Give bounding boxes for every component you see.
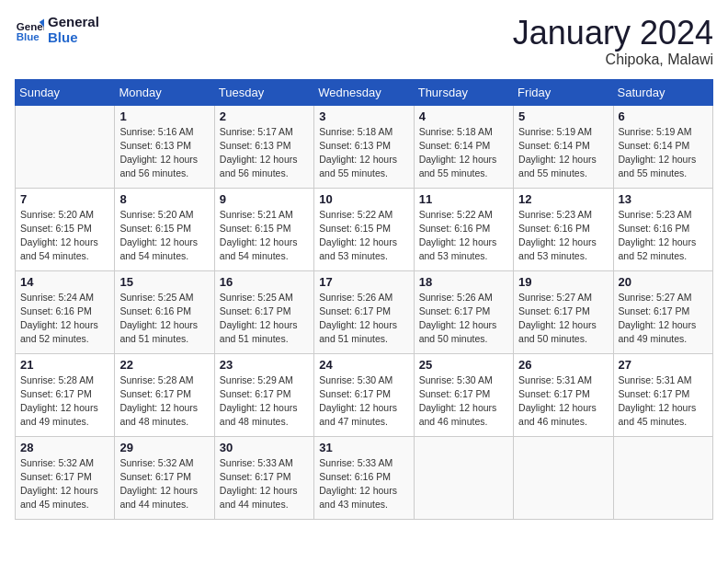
calendar-week-row: 7Sunrise: 5:20 AM Sunset: 6:15 PM Daylig… xyxy=(16,188,713,270)
day-info: Sunrise: 5:20 AM Sunset: 6:15 PM Dayligh… xyxy=(20,208,109,264)
day-number: 13 xyxy=(619,192,708,206)
day-number: 6 xyxy=(619,109,708,123)
day-number: 28 xyxy=(20,441,109,454)
calendar-week-row: 1Sunrise: 5:16 AM Sunset: 6:13 PM Daylig… xyxy=(16,105,713,188)
calendar-day-cell: 12Sunrise: 5:23 AM Sunset: 6:16 PM Dayli… xyxy=(514,188,613,270)
calendar-day-cell: 9Sunrise: 5:21 AM Sunset: 6:15 PM Daylig… xyxy=(214,188,313,270)
day-number: 27 xyxy=(619,358,708,372)
svg-text:Blue: Blue xyxy=(17,30,40,41)
day-info: Sunrise: 5:27 AM Sunset: 6:17 PM Dayligh… xyxy=(518,291,608,347)
calendar-header-cell: Sunday xyxy=(16,79,115,105)
day-number: 11 xyxy=(419,192,508,206)
day-info: Sunrise: 5:27 AM Sunset: 6:17 PM Dayligh… xyxy=(619,291,708,347)
day-info: Sunrise: 5:33 AM Sunset: 6:16 PM Dayligh… xyxy=(319,456,408,512)
calendar-table: SundayMondayTuesdayWednesdayThursdayFrid… xyxy=(15,79,713,520)
day-number: 19 xyxy=(518,275,608,289)
day-info: Sunrise: 5:19 AM Sunset: 6:14 PM Dayligh… xyxy=(518,125,608,181)
day-info: Sunrise: 5:24 AM Sunset: 6:16 PM Dayligh… xyxy=(20,291,109,347)
day-info: Sunrise: 5:25 AM Sunset: 6:16 PM Dayligh… xyxy=(119,291,209,347)
day-info: Sunrise: 5:18 AM Sunset: 6:14 PM Dayligh… xyxy=(419,125,508,181)
day-number: 5 xyxy=(518,109,608,123)
calendar-day-cell xyxy=(414,436,513,519)
calendar-day-cell: 26Sunrise: 5:31 AM Sunset: 6:17 PM Dayli… xyxy=(514,353,613,436)
day-info: Sunrise: 5:18 AM Sunset: 6:13 PM Dayligh… xyxy=(319,125,408,181)
calendar-day-cell: 21Sunrise: 5:28 AM Sunset: 6:17 PM Dayli… xyxy=(16,353,115,436)
calendar-day-cell: 17Sunrise: 5:26 AM Sunset: 6:17 PM Dayli… xyxy=(314,270,414,353)
day-number: 9 xyxy=(220,192,309,206)
day-info: Sunrise: 5:22 AM Sunset: 6:16 PM Dayligh… xyxy=(419,208,508,264)
calendar-header-cell: Wednesday xyxy=(314,79,414,105)
day-info: Sunrise: 5:28 AM Sunset: 6:17 PM Dayligh… xyxy=(20,373,109,430)
logo-line1: General xyxy=(48,15,99,30)
day-info: Sunrise: 5:20 AM Sunset: 6:15 PM Dayligh… xyxy=(119,208,209,264)
calendar-header-cell: Friday xyxy=(514,79,613,105)
calendar-day-cell: 30Sunrise: 5:33 AM Sunset: 6:17 PM Dayli… xyxy=(214,436,313,519)
day-number: 14 xyxy=(20,275,109,289)
day-info: Sunrise: 5:21 AM Sunset: 6:15 PM Dayligh… xyxy=(220,208,309,264)
day-info: Sunrise: 5:32 AM Sunset: 6:17 PM Dayligh… xyxy=(119,456,209,512)
day-info: Sunrise: 5:26 AM Sunset: 6:17 PM Dayligh… xyxy=(419,291,508,347)
title-block: January 2024 Chipoka, Malawi xyxy=(513,15,713,68)
calendar-day-cell: 22Sunrise: 5:28 AM Sunset: 6:17 PM Dayli… xyxy=(115,353,214,436)
day-info: Sunrise: 5:31 AM Sunset: 6:17 PM Dayligh… xyxy=(619,373,708,430)
day-info: Sunrise: 5:28 AM Sunset: 6:17 PM Dayligh… xyxy=(119,373,209,430)
day-number: 18 xyxy=(419,275,508,289)
day-info: Sunrise: 5:32 AM Sunset: 6:17 PM Dayligh… xyxy=(20,456,109,512)
calendar-day-cell: 4Sunrise: 5:18 AM Sunset: 6:14 PM Daylig… xyxy=(414,105,513,188)
day-info: Sunrise: 5:30 AM Sunset: 6:17 PM Dayligh… xyxy=(319,373,408,430)
day-info: Sunrise: 5:25 AM Sunset: 6:17 PM Dayligh… xyxy=(220,291,309,347)
calendar-day-cell: 24Sunrise: 5:30 AM Sunset: 6:17 PM Dayli… xyxy=(314,353,414,436)
logo-icon: General Blue xyxy=(15,16,44,45)
calendar-day-cell xyxy=(16,105,115,188)
day-number: 30 xyxy=(220,441,309,454)
calendar-day-cell: 31Sunrise: 5:33 AM Sunset: 6:16 PM Dayli… xyxy=(314,436,414,519)
location-subtitle: Chipoka, Malawi xyxy=(513,52,713,68)
day-number: 24 xyxy=(319,358,408,372)
day-number: 23 xyxy=(220,358,309,372)
day-number: 3 xyxy=(319,109,408,123)
logo-line2: Blue xyxy=(48,30,99,46)
day-info: Sunrise: 5:31 AM Sunset: 6:17 PM Dayligh… xyxy=(518,373,608,430)
day-info: Sunrise: 5:23 AM Sunset: 6:16 PM Dayligh… xyxy=(619,208,708,264)
calendar-day-cell: 8Sunrise: 5:20 AM Sunset: 6:15 PM Daylig… xyxy=(115,188,214,270)
calendar-header-cell: Monday xyxy=(115,79,214,105)
calendar-day-cell: 25Sunrise: 5:30 AM Sunset: 6:17 PM Dayli… xyxy=(414,353,513,436)
day-number: 1 xyxy=(119,109,209,123)
calendar-body: 1Sunrise: 5:16 AM Sunset: 6:13 PM Daylig… xyxy=(16,105,713,519)
calendar-week-row: 21Sunrise: 5:28 AM Sunset: 6:17 PM Dayli… xyxy=(16,353,713,436)
day-info: Sunrise: 5:22 AM Sunset: 6:15 PM Dayligh… xyxy=(319,208,408,264)
calendar-header-cell: Saturday xyxy=(613,79,712,105)
calendar-header-row: SundayMondayTuesdayWednesdayThursdayFrid… xyxy=(16,79,713,105)
calendar-day-cell xyxy=(613,436,712,519)
day-number: 31 xyxy=(319,441,408,454)
day-number: 26 xyxy=(518,358,608,372)
day-number: 25 xyxy=(419,358,508,372)
day-number: 2 xyxy=(220,109,309,123)
calendar-day-cell: 5Sunrise: 5:19 AM Sunset: 6:14 PM Daylig… xyxy=(514,105,613,188)
day-info: Sunrise: 5:19 AM Sunset: 6:14 PM Dayligh… xyxy=(619,125,708,181)
calendar-header-cell: Tuesday xyxy=(214,79,313,105)
day-info: Sunrise: 5:23 AM Sunset: 6:16 PM Dayligh… xyxy=(518,208,608,264)
calendar-day-cell: 16Sunrise: 5:25 AM Sunset: 6:17 PM Dayli… xyxy=(214,270,313,353)
page-header: General Blue General Blue January 2024 C… xyxy=(15,15,713,68)
day-number: 22 xyxy=(119,358,209,372)
calendar-day-cell: 20Sunrise: 5:27 AM Sunset: 6:17 PM Dayli… xyxy=(613,270,712,353)
calendar-day-cell: 1Sunrise: 5:16 AM Sunset: 6:13 PM Daylig… xyxy=(115,105,214,188)
calendar-day-cell: 6Sunrise: 5:19 AM Sunset: 6:14 PM Daylig… xyxy=(613,105,712,188)
calendar-day-cell: 10Sunrise: 5:22 AM Sunset: 6:15 PM Dayli… xyxy=(314,188,414,270)
day-number: 10 xyxy=(319,192,408,206)
calendar-day-cell: 29Sunrise: 5:32 AM Sunset: 6:17 PM Dayli… xyxy=(115,436,214,519)
day-number: 8 xyxy=(119,192,209,206)
day-number: 29 xyxy=(119,441,209,454)
calendar-week-row: 14Sunrise: 5:24 AM Sunset: 6:16 PM Dayli… xyxy=(16,270,713,353)
calendar-day-cell: 3Sunrise: 5:18 AM Sunset: 6:13 PM Daylig… xyxy=(314,105,414,188)
calendar-day-cell: 28Sunrise: 5:32 AM Sunset: 6:17 PM Dayli… xyxy=(16,436,115,519)
calendar-week-row: 28Sunrise: 5:32 AM Sunset: 6:17 PM Dayli… xyxy=(16,436,713,519)
calendar-day-cell: 15Sunrise: 5:25 AM Sunset: 6:16 PM Dayli… xyxy=(115,270,214,353)
month-title: January 2024 xyxy=(513,15,713,52)
day-info: Sunrise: 5:26 AM Sunset: 6:17 PM Dayligh… xyxy=(319,291,408,347)
calendar-day-cell: 7Sunrise: 5:20 AM Sunset: 6:15 PM Daylig… xyxy=(16,188,115,270)
calendar-day-cell: 27Sunrise: 5:31 AM Sunset: 6:17 PM Dayli… xyxy=(613,353,712,436)
calendar-day-cell: 19Sunrise: 5:27 AM Sunset: 6:17 PM Dayli… xyxy=(514,270,613,353)
calendar-day-cell: 14Sunrise: 5:24 AM Sunset: 6:16 PM Dayli… xyxy=(16,270,115,353)
